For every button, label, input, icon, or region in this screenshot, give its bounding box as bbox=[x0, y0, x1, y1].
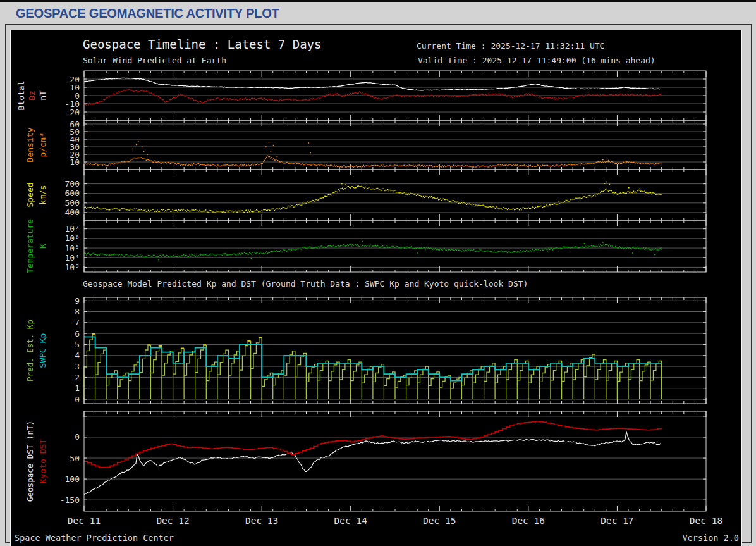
svg-text:-100: -100 bbox=[60, 475, 80, 484]
svg-text:-50: -50 bbox=[65, 454, 80, 463]
svg-text:6: 6 bbox=[75, 329, 80, 338]
svg-text:Dec 14: Dec 14 bbox=[334, 516, 368, 526]
svg-text:-20: -20 bbox=[65, 108, 80, 117]
svg-text:Dec 17: Dec 17 bbox=[601, 516, 633, 526]
svg-text:5: 5 bbox=[75, 340, 80, 349]
credit-text: Space Weather Prediction Center bbox=[15, 533, 174, 543]
svg-text:km/s: km/s bbox=[38, 185, 47, 204]
svg-text:0: 0 bbox=[75, 395, 80, 404]
svg-text:p/cm³: p/cm³ bbox=[38, 132, 47, 157]
svg-text:8: 8 bbox=[75, 307, 80, 316]
svg-text:10⁶: 10⁶ bbox=[65, 233, 80, 243]
plot-footer: Space Weather Prediction Center Version … bbox=[15, 533, 739, 543]
middle-section-title: Geospace Model Predicted Kp and DST (Gro… bbox=[83, 279, 528, 289]
svg-text:10⁴: 10⁴ bbox=[65, 253, 80, 263]
svg-text:Geospace DST (nT): Geospace DST (nT) bbox=[25, 421, 35, 502]
svg-text:nT: nT bbox=[38, 90, 47, 101]
svg-text:7: 7 bbox=[75, 318, 80, 327]
svg-text:3: 3 bbox=[75, 362, 80, 371]
svg-text:-150: -150 bbox=[60, 495, 80, 505]
svg-text:Dec 12: Dec 12 bbox=[156, 516, 189, 526]
svg-text:10⁷: 10⁷ bbox=[65, 224, 80, 233]
svg-text:Dec 18: Dec 18 bbox=[690, 516, 722, 526]
svg-text:Density: Density bbox=[25, 127, 35, 162]
svg-text:10⁵: 10⁵ bbox=[65, 244, 80, 253]
svg-text:Kyoto DST: Kyoto DST bbox=[38, 439, 47, 484]
svg-text:10³: 10³ bbox=[65, 263, 80, 272]
svg-text:Dec 11: Dec 11 bbox=[68, 516, 101, 526]
svg-text:400: 400 bbox=[65, 208, 80, 217]
svg-text:Speed: Speed bbox=[25, 182, 35, 207]
svg-text:Bz: Bz bbox=[27, 90, 37, 101]
svg-text:700: 700 bbox=[65, 179, 80, 189]
plot-title: Geospace Timeline : Latest 7 Days bbox=[83, 37, 322, 51]
svg-text:Pred. Est. Kp: Pred. Est. Kp bbox=[25, 320, 35, 382]
svg-text:1: 1 bbox=[75, 383, 80, 393]
svg-text:Dec 16: Dec 16 bbox=[512, 516, 545, 526]
svg-text:Dec 15: Dec 15 bbox=[423, 516, 456, 526]
svg-text:10: 10 bbox=[70, 158, 80, 167]
svg-text:9: 9 bbox=[75, 296, 80, 306]
svg-text:Btotal: Btotal bbox=[16, 81, 26, 111]
plot-canvas: 20100-10-20BtotalBznT605040302010Density… bbox=[10, 30, 742, 546]
svg-text:SWPC Kp: SWPC Kp bbox=[38, 333, 47, 368]
svg-text:2: 2 bbox=[75, 373, 80, 382]
svg-text:500: 500 bbox=[65, 198, 80, 208]
plot-frame: 20100-10-20BtotalBznT605040302010Density… bbox=[5, 24, 752, 543]
valid-time-label: Valid Time : 2025-12-17 11:49:00 (16 min… bbox=[418, 56, 655, 65]
svg-text:Dec 13: Dec 13 bbox=[245, 516, 278, 526]
current-time-label: Current Time : 2025-12-17 11:32:11 UTC bbox=[417, 41, 604, 51]
svg-text:K: K bbox=[38, 244, 47, 249]
plot-subtitle: Solar Wind Predicted at Earth bbox=[83, 56, 226, 65]
svg-text:Temperature: Temperature bbox=[25, 219, 35, 273]
svg-text:0: 0 bbox=[75, 432, 80, 442]
version-text: Version 2.0 bbox=[683, 533, 739, 543]
svg-text:4: 4 bbox=[75, 351, 80, 360]
page-header: GEOSPACE GEOMAGNETIC ACTIVITY PLOT bbox=[0, 2, 726, 24]
svg-text:600: 600 bbox=[65, 189, 80, 198]
